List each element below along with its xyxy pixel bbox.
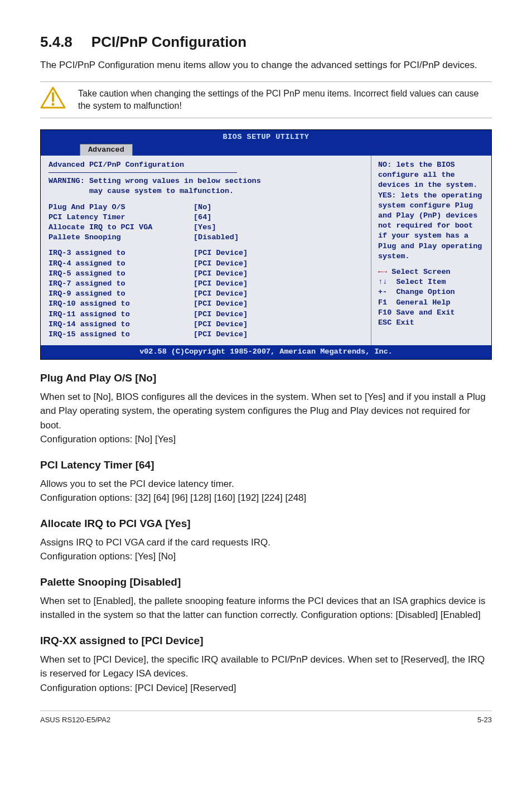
bios-row[interactable]: IRQ-3 assigned to[PCI Device] (49, 248, 363, 258)
bios-group2: IRQ-3 assigned to[PCI Device] IRQ-4 assi… (49, 248, 363, 340)
bios-row[interactable]: IRQ-7 assigned to[PCI Device] (49, 279, 363, 289)
bios-row[interactable]: IRQ-9 assigned to[PCI Device] (49, 289, 363, 299)
sub-heading: Palette Snooping [Disabled] (40, 576, 492, 588)
footer-left: ASUS RS120-E5/PA2 (40, 716, 110, 724)
sub-heading: Plug And Play O/S [No] (40, 372, 492, 384)
caution-note: Take caution when changing the settings … (40, 81, 492, 119)
bios-row[interactable]: IRQ-15 assigned to[PCI Device] (49, 330, 363, 340)
sub-heading: Allocate IRQ to PCI VGA [Yes] (40, 518, 492, 530)
section-heading: 5.4.8PCI/PnP Configuration (40, 33, 492, 51)
bios-row[interactable]: IRQ-11 assigned to[PCI Device] (49, 310, 363, 320)
bios-warning: WARNING: Setting wrong values in below s… (49, 176, 363, 196)
bios-group1: Plug And Play O/S[No] PCI Latency Timer[… (49, 202, 363, 243)
arrow-left-right-icon: ←→ (378, 268, 387, 276)
caution-icon (40, 86, 66, 109)
svg-point-2 (52, 103, 55, 105)
sub-body: Allows you to set the PCI device latency… (40, 477, 492, 505)
bios-screenshot: BIOS SETUP UTILITY Advanced Advanced PCI… (40, 129, 492, 359)
section-number: 5.4.8 (40, 33, 72, 51)
bios-row[interactable]: Plug And Play O/S[No] (49, 202, 363, 212)
bios-title: BIOS SETUP UTILITY (41, 130, 491, 143)
bios-row[interactable]: Allocate IRQ to PCI VGA[Yes] (49, 223, 363, 233)
bios-left-panel: Advanced PCI/PnP Configuration WARNING: … (41, 156, 371, 346)
bios-row[interactable]: IRQ-5 assigned to[PCI Device] (49, 269, 363, 279)
bios-key-hints: ←→ Select Screen ↑↓ Select Item +- Chang… (378, 267, 485, 328)
sub-heading: PCI Latency Timer [64] (40, 459, 492, 471)
bios-row[interactable]: IRQ-14 assigned to[PCI Device] (49, 320, 363, 330)
arrow-up-down-icon: ↑↓ (378, 278, 387, 286)
bios-row[interactable]: IRQ-10 assigned to[PCI Device] (49, 299, 363, 309)
page-footer: ASUS RS120-E5/PA2 5-23 (40, 711, 492, 724)
bios-help-text: NO: lets the BIOS configure all the devi… (378, 160, 485, 262)
bios-copyright: v02.58 (C)Copyright 1985-2007, American … (41, 345, 491, 359)
sub-body: When set to [No], BIOS configures all th… (40, 390, 492, 447)
bios-right-panel: NO: lets the BIOS configure all the devi… (371, 156, 491, 346)
bios-row[interactable]: Pallete Snooping[Disabled] (49, 233, 363, 243)
sub-heading: IRQ-XX assigned to [PCI Device] (40, 635, 492, 647)
bios-left-header: Advanced PCI/PnP Configuration (49, 160, 363, 170)
bios-divider (49, 172, 237, 173)
sub-body: Assigns IRQ to PCI VGA card if the card … (40, 535, 492, 564)
bios-tab-advanced[interactable]: Advanced (80, 144, 133, 156)
bios-row[interactable]: PCI Latency Timer[64] (49, 212, 363, 223)
footer-right: 5-23 (477, 716, 492, 724)
sub-body: When set to [PCI Device], the specific I… (40, 653, 492, 695)
bios-tab-row: Advanced (41, 144, 491, 156)
section-title-text: PCI/PnP Configuration (91, 33, 246, 50)
sub-body: When set to [Enabled], the pallete snoop… (40, 594, 492, 622)
section-lead: The PCI/PnP Configuration menu items all… (40, 59, 492, 73)
bios-row[interactable]: IRQ-4 assigned to[PCI Device] (49, 259, 363, 269)
caution-text: Take caution when changing the settings … (78, 86, 492, 113)
